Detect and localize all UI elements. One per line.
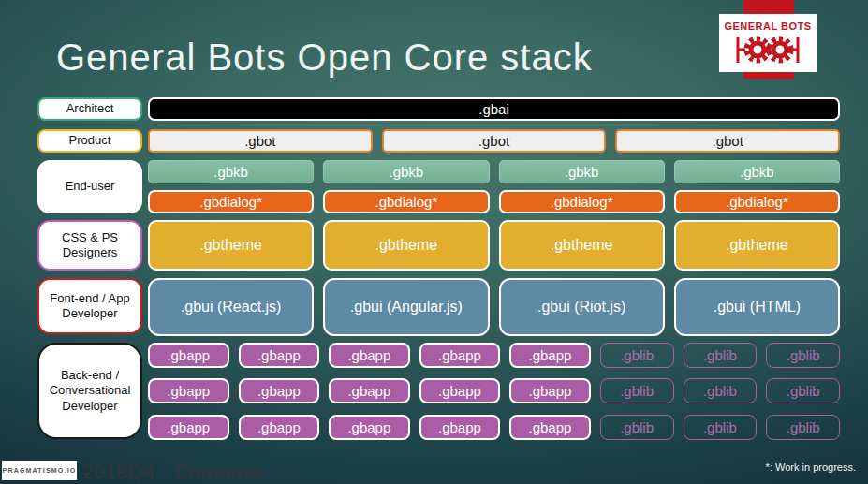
slide-title: General Bots Open Core stack (56, 32, 593, 82)
gbapp-box: .gbapp (148, 343, 229, 368)
gblib-box: .gblib (766, 378, 840, 403)
layer-label-architect: Architect (37, 97, 142, 121)
gbapp-box: .gbapp (509, 343, 591, 368)
gbapp-box: .gbapp (239, 343, 320, 368)
gbdialog-box: .gbdialog* (323, 190, 489, 213)
gblib-box: .gblib (766, 415, 840, 440)
gbkb-box: .gbkb (499, 160, 665, 183)
row-product-0: .gbot.gbot.gbot (148, 129, 840, 153)
layer-label-end-user: End-user (37, 160, 142, 213)
gbapp-box: .gbapp (329, 343, 410, 368)
gbtheme-box: .gbtheme (323, 220, 489, 271)
gblib-box: .gblib (600, 378, 674, 403)
gbapp-box: .gbapp (239, 378, 320, 403)
gbui-box: .gbui (Riot.js) (499, 278, 665, 336)
gblib-box: .gblib (684, 343, 758, 368)
gbkb-box: .gbkb (148, 160, 314, 183)
general-bots-logo: GENERAL BOTS (719, 14, 817, 72)
gbkb-box: .gbkb (323, 160, 489, 183)
gbui-box: .gbui (Angular.js) (323, 278, 489, 336)
gbapp-box: .gbapp (148, 378, 229, 403)
layer-label-backend: Back-end / Conversational Developer (37, 343, 142, 439)
gbapp-box: .gbapp (239, 415, 320, 440)
row-end-user-0: .gbkb.gbkb.gbkb.gbkb (148, 160, 840, 183)
gbapp-box: .gbapp (509, 378, 591, 403)
row-backend-0: .gbapp.gbapp.gbapp.gbapp.gbapp.gblib.gbl… (148, 343, 840, 368)
logo-brand-text: GENERAL BOTS (724, 21, 811, 32)
row-backend-1: .gbapp.gbapp.gbapp.gbapp.gbapp.gblib.gbl… (148, 378, 840, 403)
layer-label-frontend: Font-end / App Developer (37, 278, 142, 334)
row-end-user-1: .gbdialog*.gbdialog*.gbdialog*.gbdialog* (148, 190, 840, 213)
row-designers-0: .gbtheme.gbtheme.gbtheme.gbtheme (148, 220, 840, 271)
gbdialog-box: .gbdialog* (499, 190, 665, 213)
gbui-box: .gbui (React.js) (148, 278, 314, 336)
gbot-box: .gbot (615, 129, 840, 153)
pragmatismo-logo: PRAGMATISMO.IO (2, 461, 77, 480)
gbapp-box: .gbapp (148, 415, 229, 440)
work-in-progress-note: *: Work in progress. (766, 462, 856, 473)
row-architect-0: .gbai (148, 97, 840, 121)
gbtheme-box: .gbtheme (148, 220, 314, 271)
gbapp-box: .gbapp (419, 415, 501, 440)
gblib-box: .gblib (600, 343, 674, 368)
gblib-box: .gblib (684, 378, 758, 403)
gears-icon (730, 33, 805, 66)
gblib-box: .gblib (766, 343, 840, 368)
gbkb-box: .gbkb (674, 160, 840, 183)
gbai-box: .gbai (148, 97, 840, 121)
layer-label-product: Product (37, 129, 142, 153)
gbdialog-box: .gbdialog* (674, 190, 840, 213)
gbot-box: .gbot (382, 129, 607, 153)
row-backend-2: .gbapp.gbapp.gbapp.gbapp.gbapp.gblib.gbl… (148, 415, 840, 440)
footer-caption: 2018Q4 - Corporate (82, 461, 266, 483)
gblib-box: .gblib (684, 415, 758, 440)
layer-label-designers: CSS & PS Designers (37, 220, 142, 271)
gbapp-box: .gbapp (419, 378, 501, 403)
gbapp-box: .gbapp (419, 343, 501, 368)
gbtheme-box: .gbtheme (499, 220, 665, 271)
gbtheme-box: .gbtheme (674, 220, 840, 271)
gbapp-box: .gbapp (509, 415, 591, 440)
gbapp-box: .gbapp (329, 415, 410, 440)
gbot-box: .gbot (148, 129, 373, 153)
gbui-box: .gbui (HTML) (674, 278, 840, 336)
gbdialog-box: .gbdialog* (148, 190, 314, 213)
row-frontend-0: .gbui (React.js).gbui (Angular.js).gbui … (148, 278, 840, 336)
gblib-box: .gblib (600, 415, 674, 440)
gbapp-box: .gbapp (329, 378, 410, 403)
